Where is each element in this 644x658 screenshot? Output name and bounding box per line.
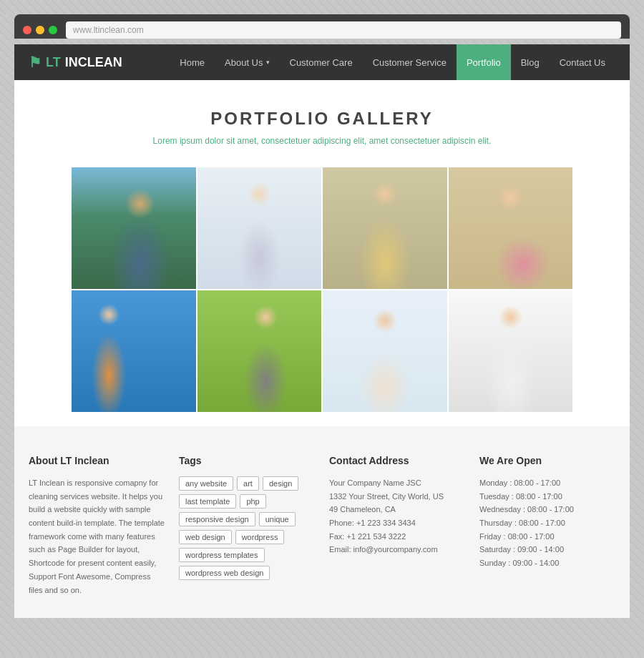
gallery-item-6[interactable] — [197, 290, 322, 412]
portfolio-subtitle: Lorem ipsum dolor sit amet, consectetuer… — [29, 136, 615, 146]
footer-contact-address: Your Company Name JSC 1332 Your Street, … — [329, 476, 465, 556]
contact-city: 49 Chameleon, CA — [329, 505, 396, 514]
gallery-grid — [72, 167, 572, 412]
hours-friday: Friday : 08:00 - 17:00 — [479, 532, 555, 541]
gallery-item-1[interactable] — [72, 167, 196, 289]
tag-last-template[interactable]: last template — [179, 494, 236, 509]
footer-hours: We Are Open Monday : 08:00 - 17:00 Tuesd… — [479, 455, 615, 596]
address-bar[interactable]: www.ltinclean.com — [66, 21, 621, 39]
footer-tags-heading: Tags — [179, 455, 315, 466]
gallery-item-7[interactable] — [323, 290, 447, 412]
browser-toolbar: www.ltinclean.com — [23, 21, 621, 39]
gallery-item-2[interactable] — [197, 167, 322, 289]
gallery-item-5[interactable] — [72, 290, 196, 412]
gallery-item-8[interactable] — [449, 290, 573, 412]
window-controls — [23, 26, 57, 34]
tag-wordpress-web-design[interactable]: wordpress web design — [179, 566, 270, 580]
contact-email: Email: info@yourcompany.com — [329, 545, 438, 554]
nav-item-customer-service[interactable]: Customer Service — [363, 44, 457, 80]
gallery-item-4[interactable] — [449, 167, 573, 289]
footer: About LT Inclean LT Inclean is responsiv… — [14, 426, 630, 618]
nav-link-blog[interactable]: Blog — [511, 44, 550, 80]
subtitle-highlight: adipiscin elit. — [442, 136, 492, 146]
footer-hours-text: Monday : 08:00 - 17:00 Tuesday : 08:00 -… — [479, 476, 615, 570]
nav-link-about[interactable]: About Us ▾ — [215, 44, 279, 80]
nav-item-contact[interactable]: Contact Us — [550, 44, 615, 80]
footer-about-text: LT Inclean is responsive comapny for cle… — [29, 476, 165, 596]
url-text: www.ltinclean.com — [73, 25, 144, 35]
logo[interactable]: ⚑ LT INCLEAN — [29, 54, 122, 71]
navbar: ⚑ LT INCLEAN Home About Us ▾ Customer Ca… — [14, 44, 630, 80]
footer-about: About LT Inclean LT Inclean is responsiv… — [29, 455, 165, 596]
hours-wednesday: Wednesday : 08:00 - 17:00 — [479, 505, 574, 514]
nav-item-customer-care[interactable]: Customer Care — [280, 44, 363, 80]
hours-sunday: Sunday : 09:00 - 14:00 — [479, 559, 559, 567]
browser-window: www.ltinclean.com — [14, 14, 630, 39]
nav-item-blog[interactable]: Blog — [511, 44, 550, 80]
nav-item-about[interactable]: About Us ▾ — [215, 44, 279, 80]
hours-tuesday: Tuesday : 08:00 - 17:00 — [479, 492, 562, 501]
contact-company: Your Company Name JSC — [329, 478, 421, 487]
nav-link-portfolio[interactable]: Portfolio — [457, 44, 511, 80]
nav-links: Home About Us ▾ Customer Care Customer S… — [170, 44, 615, 80]
close-button[interactable] — [23, 26, 31, 34]
footer-contact-heading: Contact Address — [329, 455, 465, 466]
subtitle-text: Lorem ipsum dolor sit amet, consectetuer… — [153, 136, 442, 146]
tag-web-design[interactable]: web design — [179, 530, 232, 544]
hours-monday: Monday : 08:00 - 17:00 — [479, 478, 560, 487]
hours-saturday: Saturday : 09:00 - 14:00 — [479, 545, 564, 554]
contact-phone: Phone: +1 223 334 3434 — [329, 519, 416, 527]
logo-lt: LT — [46, 55, 61, 70]
tag-responsive-design[interactable]: responsive design — [179, 512, 255, 526]
tag-design[interactable]: design — [263, 476, 298, 491]
gallery-item-3[interactable] — [323, 167, 447, 289]
tag-php[interactable]: php — [240, 494, 265, 509]
nav-link-customer-care[interactable]: Customer Care — [280, 44, 363, 80]
tag-wordpress[interactable]: wordpress — [235, 530, 285, 544]
tag-unique[interactable]: unique — [259, 512, 296, 526]
main-content: PORTFOLIO GALLERY Lorem ipsum dolor sit … — [14, 80, 630, 426]
minimize-button[interactable] — [36, 26, 44, 34]
nav-link-customer-service[interactable]: Customer Service — [363, 44, 457, 80]
chevron-down-icon: ▾ — [266, 59, 270, 66]
nav-link-contact[interactable]: Contact Us — [550, 44, 615, 80]
portfolio-title: PORTFOLIO GALLERY — [29, 109, 615, 129]
footer-tags: Tags any website art design last templat… — [179, 455, 315, 596]
tag-art[interactable]: art — [237, 476, 259, 491]
nav-item-home[interactable]: Home — [170, 44, 215, 80]
hours-thursday: Thursday : 08:00 - 17:00 — [479, 519, 565, 527]
logo-icon: ⚑ — [29, 54, 42, 71]
footer-contact: Contact Address Your Company Name JSC 13… — [329, 455, 465, 596]
contact-fax: Fax: +1 221 534 3222 — [329, 532, 406, 541]
contact-street: 1332 Your Street, City World, US — [329, 492, 444, 501]
footer-hours-heading: We Are Open — [479, 455, 615, 466]
footer-about-heading: About LT Inclean — [29, 455, 165, 466]
maximize-button[interactable] — [49, 26, 57, 34]
nav-link-home[interactable]: Home — [170, 44, 215, 80]
tags-container: any website art design last template php… — [179, 476, 315, 580]
website-container: ⚑ LT INCLEAN Home About Us ▾ Customer Ca… — [14, 44, 630, 618]
tag-any-website[interactable]: any website — [179, 476, 233, 491]
logo-inclean: INCLEAN — [65, 55, 122, 70]
nav-item-portfolio[interactable]: Portfolio — [457, 44, 511, 80]
tag-wordpress-templates[interactable]: wordpress templates — [179, 548, 265, 562]
